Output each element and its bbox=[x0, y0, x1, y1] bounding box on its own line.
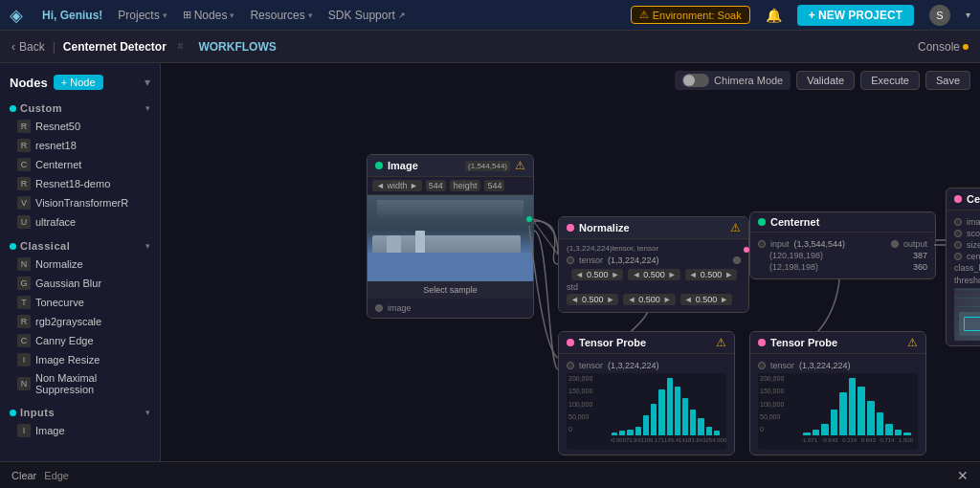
sidebar-item-visiontransformer[interactable]: VVisionTransformerR bbox=[0, 193, 160, 212]
sidebar-item-resnet18[interactable]: Rresnet18 bbox=[0, 136, 160, 155]
vis-center-port[interactable] bbox=[954, 253, 962, 260]
tensor1-y-labels: 200,000 150,000 100,000 50,000 0 bbox=[568, 375, 592, 433]
width-label: ◄ width ► bbox=[372, 180, 422, 191]
tensor2-input-port[interactable] bbox=[758, 362, 766, 369]
sidebar-item-normalize[interactable]: NNormalize bbox=[0, 255, 160, 274]
stepper1-increment[interactable]: ► bbox=[610, 270, 620, 279]
visualizer-node: Centernet Visualizer ⚠ image (1,3,224,22… bbox=[946, 188, 980, 346]
centernet-dot bbox=[758, 218, 766, 226]
sidebar-item-nms[interactable]: NNon Maximal Suppression bbox=[0, 369, 160, 398]
normalize-stepper3[interactable]: ◄ 0.500 ► bbox=[685, 269, 737, 280]
add-node-button[interactable]: + Node bbox=[54, 75, 103, 90]
nav-resources[interactable]: Resources ▾ bbox=[250, 9, 312, 22]
std-stepper2-dec[interactable]: ◄ bbox=[626, 295, 636, 304]
nav-sdk[interactable]: SDK Support ↗ bbox=[328, 9, 406, 22]
image-node-title: Image bbox=[388, 160, 460, 171]
centernet-input-port[interactable] bbox=[758, 240, 766, 248]
vis-image-row: image (1,3,224,224) bbox=[954, 217, 980, 227]
cannyedge-icon: C bbox=[17, 334, 31, 347]
image-warn-icon: ⚠ bbox=[515, 159, 525, 172]
vis-score-port[interactable] bbox=[954, 230, 962, 237]
new-project-button[interactable]: + NEW PROJECT bbox=[797, 5, 914, 26]
status-close-button[interactable]: ✕ bbox=[957, 468, 969, 483]
image-output-port[interactable] bbox=[375, 304, 383, 312]
inputs-collapse-icon[interactable]: ▾ bbox=[145, 408, 150, 417]
visiontransformer-icon: V bbox=[17, 196, 31, 210]
std-stepper3-inc[interactable]: ► bbox=[719, 295, 729, 304]
sidebar-item-centernet[interactable]: CCenternet bbox=[0, 155, 160, 174]
bar bbox=[858, 387, 865, 435]
sidebar-item-cannyedge[interactable]: CCanny Edge bbox=[0, 331, 160, 350]
vis-image-port[interactable] bbox=[954, 218, 962, 226]
save-button[interactable]: Save bbox=[925, 71, 970, 90]
back-button[interactable]: ‹ Back bbox=[11, 40, 45, 54]
validate-button[interactable]: Validate bbox=[796, 71, 855, 90]
sidebar-item-resnet18demo[interactable]: RResnet18-demo bbox=[0, 174, 160, 193]
toggle-knob bbox=[683, 75, 695, 86]
stepper2-increment[interactable]: ► bbox=[667, 270, 678, 279]
execute-button[interactable]: Execute bbox=[860, 71, 920, 90]
vis-threshold-row: threshold ◄ 0.500 ► bbox=[954, 275, 980, 286]
toggle-switch[interactable] bbox=[682, 74, 709, 87]
bar bbox=[706, 427, 712, 435]
gaussianblur-icon: G bbox=[17, 277, 31, 290]
stepper3-decrement[interactable]: ◄ bbox=[688, 270, 699, 279]
centernet-output-port[interactable] bbox=[891, 240, 899, 248]
tensor1-header: Tensor Probe ⚠ bbox=[559, 332, 734, 354]
tensor1-body: tensor (1,3,224,224) 200,000 150,000 100… bbox=[559, 354, 734, 455]
centernet-input-val: (1,3,544,544) bbox=[794, 239, 846, 249]
normalize-tensor-output-port[interactable] bbox=[733, 256, 741, 264]
normalize-std-stepper2[interactable]: ◄ 0.500 ► bbox=[623, 294, 675, 305]
sidebar-section-custom: Custom ▾ RResnet50 Rresnet18 CCenternet … bbox=[0, 100, 160, 232]
normalize-std-stepper3[interactable]: ◄ 0.500 ► bbox=[680, 294, 732, 305]
stepper3-increment[interactable]: ► bbox=[724, 270, 734, 279]
sidebar-item-tonecurve[interactable]: TTonecurve bbox=[0, 293, 160, 312]
std-stepper1-dec[interactable]: ◄ bbox=[569, 295, 580, 304]
std-stepper1-inc[interactable]: ► bbox=[605, 295, 615, 304]
vis-size-port[interactable] bbox=[954, 241, 962, 249]
warning-icon: ⚠ bbox=[639, 9, 649, 21]
visualizer-dot bbox=[954, 195, 962, 203]
nodes-chevron-icon: ▾ bbox=[230, 11, 234, 20]
stepper1-decrement[interactable]: ◄ bbox=[574, 270, 585, 279]
sidebar-item-image[interactable]: IImage bbox=[0, 421, 160, 440]
normalize-stepper1[interactable]: ◄ 0.500 ► bbox=[571, 269, 623, 280]
stepper2-decrement[interactable]: ◄ bbox=[631, 270, 641, 279]
nav-projects[interactable]: Projects ▾ bbox=[118, 9, 167, 22]
sidebar-item-rgb2grayscale[interactable]: Rrgb2grayscale bbox=[0, 312, 160, 331]
tensor2-header: Tensor Probe ⚠ bbox=[750, 332, 925, 354]
console-button[interactable]: Console bbox=[918, 40, 969, 54]
tensor1-input-port[interactable] bbox=[567, 362, 574, 369]
bar bbox=[903, 433, 911, 435]
sidebar-item-resnet50[interactable]: RResnet50 bbox=[0, 117, 160, 136]
avatar-chevron-icon[interactable]: ▾ bbox=[966, 10, 970, 20]
sidebar-collapse-icon[interactable]: ▾ bbox=[145, 76, 150, 89]
tensor2-x-labels: -1.071 -0.643 0.214 0.643 0.714 1.500 bbox=[801, 437, 913, 443]
select-sample-button[interactable]: Select sample bbox=[368, 281, 533, 299]
sidebar-item-imageresize[interactable]: IImage Resize bbox=[0, 350, 160, 369]
sidebar-section-inputs-header: Inputs ▾ bbox=[0, 404, 160, 421]
tensor1-bars bbox=[610, 378, 722, 435]
sidebar-item-ultraface[interactable]: Uultraface bbox=[0, 212, 160, 232]
tensor2-bars bbox=[801, 378, 913, 435]
projects-chevron-icon: ▾ bbox=[163, 11, 167, 20]
chimera-mode-toggle[interactable]: Chimera Mode bbox=[675, 71, 791, 90]
notifications-bell-icon[interactable]: 🔔 bbox=[766, 8, 782, 23]
normalize-tensor-input-port[interactable] bbox=[567, 256, 574, 264]
sidebar-item-gaussianblur[interactable]: GGaussian Blur bbox=[0, 274, 160, 293]
nav-nodes[interactable]: ⊞ Nodes ▾ bbox=[183, 9, 235, 22]
classical-collapse-icon[interactable]: ▾ bbox=[145, 241, 150, 251]
std-stepper3-dec[interactable]: ◄ bbox=[683, 295, 694, 304]
normalize-stepper2[interactable]: ◄ 0.500 ► bbox=[628, 269, 679, 280]
resnet50-icon: R bbox=[17, 120, 31, 133]
tensor2-warn-icon: ⚠ bbox=[907, 336, 918, 349]
vis-center-row: center (1,2,198,198) bbox=[954, 252, 980, 261]
custom-collapse-icon[interactable]: ▾ bbox=[145, 103, 150, 113]
top-nav: ◈ Hi, Genius! Projects ▾ ⊞ Nodes ▾ Resou… bbox=[0, 0, 980, 31]
std-stepper2-inc[interactable]: ► bbox=[662, 295, 673, 304]
tonecurve-icon: T bbox=[17, 296, 31, 309]
normalize-std-stepper1[interactable]: ◄ 0.500 ► bbox=[567, 294, 618, 305]
tensor2-body: tensor (1,3,224,224) 200,000 150,000 100… bbox=[750, 354, 925, 455]
clear-button[interactable]: Clear bbox=[11, 470, 36, 481]
avatar[interactable]: S bbox=[929, 5, 950, 26]
